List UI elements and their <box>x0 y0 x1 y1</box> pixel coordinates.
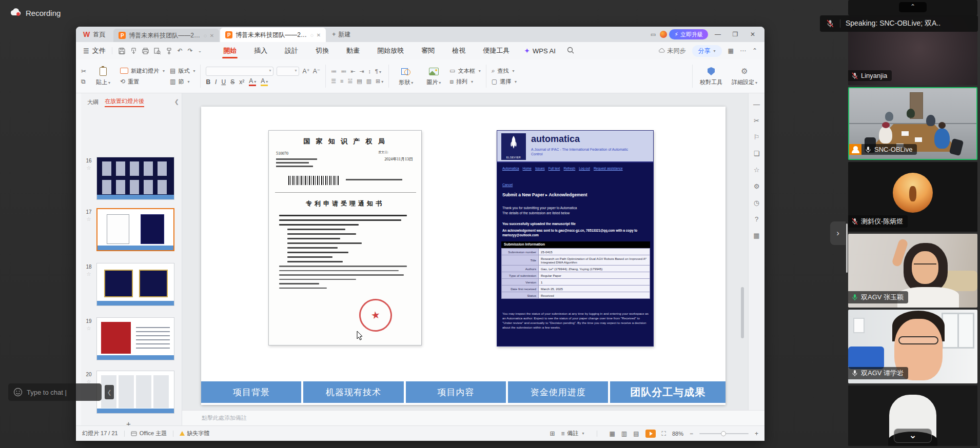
menu-item[interactable]: 切換 <box>315 43 330 58</box>
participant-tile[interactable]: ⌄ 测斜仪-陈炳煜 <box>848 162 977 232</box>
apps-grid-icon[interactable]: ▦ <box>753 232 759 239</box>
section-button[interactable]: ▥ 節 <box>170 78 195 86</box>
save-icon[interactable] <box>119 48 125 54</box>
slide-thumbnail-item[interactable]: 16 ☆ <box>81 157 182 200</box>
slide-sorter-icon[interactable]: ▥ <box>621 430 627 437</box>
redo-icon[interactable]: ↷ <box>188 47 193 54</box>
indent-increase-icon[interactable]: ⇥ <box>359 68 364 75</box>
find-button[interactable]: ⌕ 查找 <box>492 67 517 75</box>
panel-collapse-icon[interactable]: ❮ <box>174 98 179 105</box>
zoom-in-icon[interactable]: + <box>755 430 758 437</box>
member-center-icon[interactable] <box>660 31 667 38</box>
layout-button[interactable]: ▤ 版式 <box>170 67 195 75</box>
comment-icon[interactable]: ❏ <box>754 150 760 157</box>
align-objects-icon[interactable]: ⊞ <box>376 78 383 85</box>
favorite-star-icon[interactable]: ☆ <box>87 271 91 277</box>
cut-tool-icon[interactable]: ✂ <box>754 117 759 125</box>
indent-decrease-icon[interactable]: ⇤ <box>350 68 355 75</box>
bullets-icon[interactable]: ≔ <box>331 68 337 75</box>
normal-view-icon[interactable]: ▦ <box>610 430 615 437</box>
menu-item[interactable]: 檢視 <box>451 43 466 58</box>
menu-item[interactable]: 插入 <box>253 43 268 58</box>
detail-settings-button[interactable]: ⚙ 詳細設定 <box>730 63 759 90</box>
object-browser-icon[interactable]: ⊞ <box>550 430 555 437</box>
emoji-icon[interactable] <box>13 388 23 397</box>
new-slide-button[interactable]: 新建幻燈片 <box>120 67 165 75</box>
missing-font-warning[interactable]: 缺失字體 <box>180 430 209 437</box>
fit-slide-icon[interactable]: ⛶ <box>662 430 666 437</box>
thumbnail-preview[interactable] <box>96 208 174 251</box>
slide-thumbnail-item[interactable]: 17 ☆ <box>81 208 182 251</box>
chat-input[interactable]: Type to chat | <box>8 383 102 401</box>
shapes-button[interactable]: 形狀 <box>394 65 418 87</box>
chevron-up-icon[interactable]: ⌃ <box>899 2 927 12</box>
zoom-out-icon[interactable]: − <box>690 430 693 437</box>
decrease-font-icon[interactable]: A⁻ <box>313 68 320 75</box>
flag-icon[interactable]: ⚐ <box>754 133 760 141</box>
columns-icon[interactable]: ▥ <box>366 78 371 85</box>
star-icon[interactable]: ☆ <box>754 166 760 174</box>
tab-close-icon[interactable]: ✕ <box>317 32 321 38</box>
wps-home-tab[interactable]: W 首頁 <box>76 27 113 42</box>
slide-nav-segment[interactable]: 团队分工与成果 <box>610 381 726 403</box>
line-spacing-icon[interactable]: ↕ <box>368 68 371 75</box>
canvas-scrollbar[interactable] <box>741 107 744 392</box>
slide-canvas[interactable]: 国 家 知 识 产 权 局 510070 发文日: 2024年11月13日 专利… <box>201 107 726 405</box>
slide-thumbnail-item[interactable]: 18 ☆ <box>81 263 182 306</box>
search-icon[interactable] <box>567 47 574 55</box>
slideshow-play-button[interactable] <box>645 430 656 438</box>
notes-toggle-button[interactable]: ≡ 備註 <box>561 430 584 437</box>
file-menu[interactable]: ☰ 文件 <box>76 46 112 55</box>
more-options-icon[interactable]: ⋯ <box>740 47 746 54</box>
strikethrough-button[interactable]: S <box>230 78 234 86</box>
zoom-slider[interactable] <box>699 433 749 434</box>
picture-button[interactable]: 圖片 <box>422 65 445 87</box>
align-left-icon[interactable]: ☰ <box>331 78 336 85</box>
help-icon[interactable]: ? <box>755 215 758 223</box>
bold-button[interactable]: B <box>206 78 210 86</box>
participant-tile[interactable]: ⌄ <box>848 385 977 446</box>
font-color-button[interactable]: A <box>249 78 256 86</box>
zoom-slider-knob[interactable] <box>721 431 726 436</box>
menu-item[interactable]: 動畫 <box>345 43 361 58</box>
menu-item[interactable]: 便捷工具 <box>482 43 511 58</box>
participant-tile[interactable]: ⌄ SNC-OBLive <box>848 87 977 160</box>
textbox-button[interactable]: ▭ 文本框 <box>449 67 480 75</box>
new-tab-button[interactable]: + 新建 <box>327 27 356 42</box>
align-right-icon[interactable]: ☱ <box>347 78 352 85</box>
chat-collapse-button[interactable]: ❮ <box>105 385 114 399</box>
participant-tile[interactable]: ⌄ 双AGV 谭学岩 <box>848 310 977 383</box>
scroll-more-chevron-down[interactable]: ⌄ <box>894 429 932 443</box>
collapse-pane-icon[interactable]: — <box>753 100 760 108</box>
font-size-select[interactable] <box>277 67 299 76</box>
slide-nav-segment[interactable]: 机器现有技术 <box>303 381 403 403</box>
increase-font-icon[interactable]: A⁺ <box>302 68 309 75</box>
participant-tile[interactable]: ⌄ 双AGV 张玉颖 <box>848 234 977 308</box>
italic-button[interactable]: I <box>215 78 217 86</box>
reset-button[interactable]: ⟲ 重置 <box>120 78 165 86</box>
sidebar-scrollbar[interactable] <box>846 223 848 273</box>
panel-tab-outline[interactable]: 大綱 <box>87 98 99 106</box>
paste-button[interactable]: 貼上 <box>91 63 115 90</box>
menu-item[interactable]: 設計 <box>284 43 299 58</box>
minimize-button[interactable]: — <box>710 28 726 40</box>
wps-ai-button[interactable]: ✦ WPS AI <box>524 47 556 55</box>
thumbnail-preview[interactable] <box>96 317 174 360</box>
print-preview-icon[interactable] <box>154 48 161 54</box>
output-icon[interactable] <box>130 48 137 54</box>
slide-nav-segment[interactable]: 项目背景 <box>201 381 301 403</box>
format-painter-icon[interactable] <box>166 48 172 54</box>
highlight-button[interactable]: A <box>261 78 268 86</box>
settings-icon[interactable]: ⚙ <box>754 182 760 190</box>
menu-item[interactable]: 開始 <box>222 43 238 58</box>
upgrade-button[interactable]: ⚡ 立即升級 <box>669 29 708 39</box>
customize-toolbar-icon[interactable]: ⌄ <box>198 48 202 53</box>
thumbnail-preview[interactable] <box>96 157 174 200</box>
document-tab[interactable]: P 博普未来科技团队——2025年中期汇 ◌ ✕ <box>113 29 219 42</box>
proof-tools-button[interactable]: 校對工具 <box>698 63 724 90</box>
thumbnail-preview[interactable] <box>96 263 174 306</box>
ribbon-layout-icon[interactable]: ▦ <box>728 47 734 54</box>
slide-nav-segment[interactable]: 资金使用进度 <box>508 381 608 403</box>
sync-status[interactable]: 未同步 <box>659 47 686 55</box>
slide-nav-segment[interactable]: 项目内容 <box>406 381 506 403</box>
